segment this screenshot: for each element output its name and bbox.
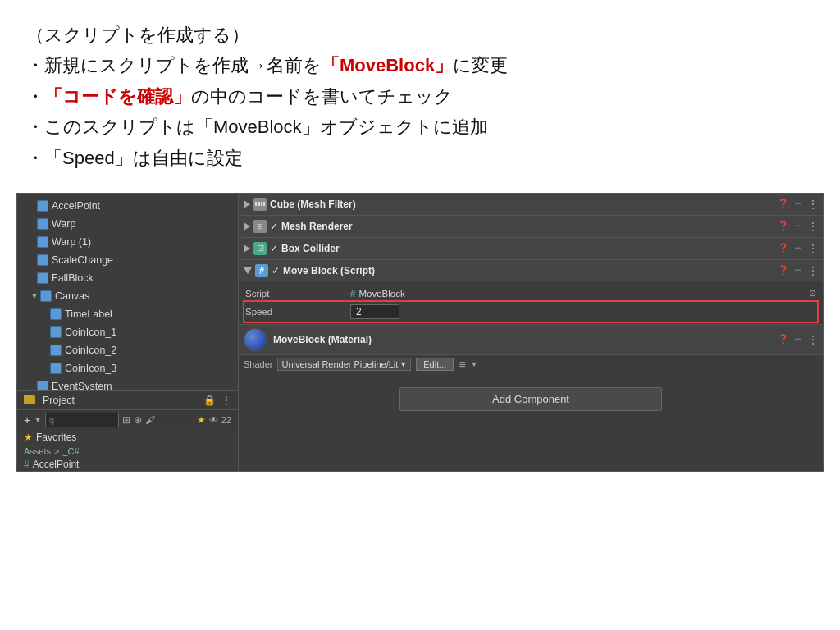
settings-icon[interactable]: ⊣ bbox=[794, 221, 802, 231]
hierarchy-item-canvas[interactable]: ▼ Canvas bbox=[17, 287, 238, 305]
project-file-accelpoint[interactable]: # AccelPoint bbox=[17, 458, 238, 471]
cube-icon bbox=[37, 200, 48, 212]
hierarchy-label: Warp (1) bbox=[52, 234, 91, 250]
hierarchy-item-coinicon2[interactable]: CoinIcon_2 bbox=[17, 341, 238, 359]
more-icon[interactable]: ⋮ bbox=[807, 198, 818, 211]
cube-icon bbox=[37, 236, 48, 248]
script-label: Script bbox=[245, 289, 344, 299]
favorites-label: Favorites bbox=[36, 431, 76, 443]
hierarchy-item-coinicon3[interactable]: CoinIcon_3 bbox=[17, 359, 238, 377]
mesh-filter-title: Cube (Mesh Filter) bbox=[270, 199, 774, 210]
more-icon[interactable]: ⋮ bbox=[807, 264, 818, 277]
settings-icon[interactable]: ⊣ bbox=[794, 334, 802, 345]
left-panel: AccelPoint Warp Warp (1) ScaleChange Fal… bbox=[17, 194, 239, 471]
mesh-renderer-icon: ⊞ bbox=[253, 220, 267, 233]
mesh-renderer-component: ⊞ ✓ Mesh Renderer ❓ ⊣ ⋮ bbox=[239, 216, 823, 238]
hierarchy-item-timelabel[interactable]: TimeLabel bbox=[17, 305, 238, 323]
hierarchy-label: CoinIcon_3 bbox=[65, 360, 116, 377]
settings-icon[interactable]: ⊣ bbox=[794, 243, 802, 253]
plus-button[interactable]: + bbox=[24, 413, 30, 427]
help-icon[interactable]: ❓ bbox=[778, 221, 789, 231]
more-icon[interactable]: ⋮ bbox=[807, 333, 818, 346]
bullet-1-suffix: に変更 bbox=[453, 55, 508, 75]
project-bottom: Project 🔒 ⋮ + ▼ ⊞ ⊕ 🖌 ★ 👁 22 ★ Favorites bbox=[17, 390, 238, 471]
enabled-check[interactable]: ✓ bbox=[270, 243, 278, 254]
box-collider-header[interactable]: ⊡ ✓ Box Collider ❓ ⊣ ⋮ bbox=[239, 238, 823, 259]
project-label: Project bbox=[43, 395, 75, 406]
mesh-filter-icon bbox=[253, 198, 267, 211]
help-icon[interactable]: ❓ bbox=[778, 265, 789, 276]
brush-icon: 🖌 bbox=[145, 414, 155, 426]
project-search-input[interactable] bbox=[45, 413, 119, 427]
bullet-2: ・「コードを確認」の中のコードを書いてチェック bbox=[26, 81, 814, 112]
dropdown-arrow[interactable]: ▼ bbox=[34, 415, 42, 424]
hierarchy-item-fallblock[interactable]: FallBlock bbox=[17, 269, 238, 287]
material-icon bbox=[244, 328, 267, 351]
collapse-icon bbox=[244, 200, 250, 208]
hierarchy-item-warp[interactable]: Warp bbox=[17, 215, 238, 233]
bullet-2-suffix: の中のコードを書いてチェック bbox=[191, 86, 453, 107]
move-block-title: Move Block (Script) bbox=[283, 265, 774, 276]
lock-icon: 🔒 bbox=[203, 395, 216, 406]
script-value: # MoveBlock ⊙ bbox=[350, 288, 816, 299]
hierarchy-label: EventSystem bbox=[52, 378, 112, 390]
speed-input[interactable] bbox=[350, 304, 399, 319]
material-actions: ❓ ⊣ ⋮ bbox=[778, 333, 818, 346]
mesh-renderer-header[interactable]: ⊞ ✓ Mesh Renderer ❓ ⊣ ⋮ bbox=[239, 216, 823, 237]
edit-button[interactable]: Edit... bbox=[416, 358, 454, 371]
project-nav: Assets > _C# bbox=[17, 445, 238, 458]
cube-icon bbox=[40, 290, 52, 302]
settings-icon[interactable]: ⊣ bbox=[794, 199, 802, 209]
bullet-3-text: ・このスクリプトは「MoveBlock」オブジェクトに追加 bbox=[26, 116, 488, 137]
add-component-button[interactable]: Add Component bbox=[399, 387, 662, 411]
mesh-filter-header[interactable]: Cube (Mesh Filter) ❓ ⊣ ⋮ bbox=[239, 194, 823, 215]
hierarchy-item-accelpoint[interactable]: AccelPoint bbox=[17, 197, 238, 215]
nav-arrow: > bbox=[54, 446, 59, 456]
shader-value: Universal Render Pipeline/Lit bbox=[281, 359, 398, 369]
instruction-header: （スクリプトを作成する） bbox=[26, 20, 814, 50]
more-icon[interactable]: ⋮ bbox=[807, 242, 818, 255]
assets-nav: Assets bbox=[24, 446, 51, 456]
csharp-nav: _C# bbox=[62, 446, 79, 456]
help-icon[interactable]: ❓ bbox=[778, 199, 789, 209]
cube-icon bbox=[50, 363, 62, 374]
hash-icon: # bbox=[350, 289, 355, 299]
collapse-icon bbox=[244, 222, 250, 231]
shader-label: Shader bbox=[244, 359, 272, 369]
hierarchy-label: CoinIcon_1 bbox=[65, 324, 116, 340]
move-block-header[interactable]: # ✓ Move Block (Script) ❓ ⊣ ⋮ bbox=[239, 260, 823, 281]
enabled-check[interactable]: ✓ bbox=[270, 221, 278, 232]
cube-icon bbox=[50, 308, 62, 320]
enabled-check[interactable]: ✓ bbox=[272, 265, 280, 276]
target-icon[interactable]: ⊙ bbox=[809, 288, 816, 299]
hierarchy-item-eventsystem[interactable]: EventSystem bbox=[17, 377, 238, 390]
cube-icon bbox=[37, 218, 48, 230]
collapse-icon bbox=[244, 244, 250, 253]
material-header[interactable]: MoveBlock (Material) ❓ ⊣ ⋮ bbox=[239, 325, 823, 355]
shader-dropdown[interactable]: Universal Render Pipeline/Lit ▼ bbox=[277, 358, 411, 371]
expand-icon: ▼ bbox=[30, 290, 39, 303]
hierarchy-item-scalechange[interactable]: ScaleChange bbox=[17, 251, 238, 269]
material-section: MoveBlock (Material) ❓ ⊣ ⋮ Shader Univer… bbox=[239, 325, 823, 374]
bullet-2-prefix: ・ bbox=[26, 86, 44, 107]
sort-icon: ⊕ bbox=[134, 414, 142, 426]
more-icon[interactable]: ⋮ bbox=[807, 220, 818, 233]
hierarchy-label: TimeLabel bbox=[65, 306, 112, 322]
hierarchy-item-coinicon1[interactable]: CoinIcon_1 bbox=[17, 323, 238, 341]
hierarchy-label: FallBlock bbox=[52, 270, 94, 286]
settings-icon[interactable]: ⊣ bbox=[794, 265, 802, 276]
project-toolbar: + ▼ ⊞ ⊕ 🖌 ★ 👁 22 bbox=[17, 409, 238, 430]
project-favorites[interactable]: ★ Favorites bbox=[17, 430, 238, 445]
list-icon[interactable]: ≡ bbox=[459, 358, 465, 371]
add-component-section: Add Component bbox=[239, 374, 823, 424]
dropdown-small[interactable]: ▼ bbox=[471, 360, 478, 368]
dropdown-arrow: ▼ bbox=[399, 360, 407, 368]
help-icon[interactable]: ❓ bbox=[778, 334, 789, 345]
star-icon: ★ bbox=[197, 414, 206, 426]
hierarchy-item-warp1[interactable]: Warp (1) bbox=[17, 233, 238, 251]
bullet-1-prefix: ・新規にスクリプトを作成→名前を bbox=[26, 55, 322, 75]
shader-row: Shader Universal Render Pipeline/Lit ▼ E… bbox=[239, 355, 823, 374]
speed-label: Speed bbox=[245, 307, 344, 317]
help-icon[interactable]: ❓ bbox=[778, 243, 789, 253]
component-actions: ❓ ⊣ ⋮ bbox=[778, 264, 818, 277]
